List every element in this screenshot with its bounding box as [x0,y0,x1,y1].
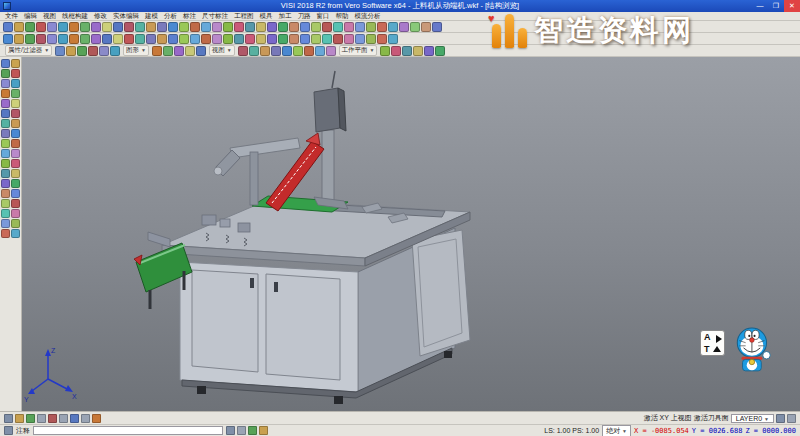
tool-icon[interactable] [260,46,270,56]
tool-icon[interactable] [377,34,387,44]
tool-icon[interactable] [435,46,445,56]
tool-icon[interactable] [289,34,299,44]
tool-icon[interactable] [355,34,365,44]
tool-icon[interactable] [1,189,10,198]
tool-icon[interactable] [91,34,101,44]
status-icon[interactable] [81,414,90,423]
menu-item[interactable]: 模具 [257,12,276,21]
tool-icon[interactable] [11,219,20,228]
minimize-button[interactable]: — [752,0,768,12]
tool-icon[interactable] [278,34,288,44]
tool-icon[interactable] [3,22,13,32]
tool-icon[interactable] [58,34,68,44]
menu-item[interactable]: 视图 [40,12,59,21]
menu-item[interactable]: 实体编辑 [110,12,142,21]
tool-icon[interactable] [190,34,200,44]
group-label-views[interactable]: 视图 ▼ [209,45,235,56]
tool-icon[interactable] [333,22,343,32]
tool-icon[interactable] [11,79,20,88]
tool-icon[interactable] [179,22,189,32]
tool-icon[interactable] [1,89,10,98]
tool-icon[interactable] [110,46,120,56]
tool-icon[interactable] [11,209,20,218]
tool-icon[interactable] [124,22,134,32]
tool-icon[interactable] [25,34,35,44]
tool-icon[interactable] [271,46,281,56]
status-icon[interactable] [4,426,13,435]
tool-icon[interactable] [238,46,248,56]
tool-icon[interactable] [282,46,292,56]
tool-icon[interactable] [14,22,24,32]
tool-icon[interactable] [11,229,20,238]
tool-icon[interactable] [267,22,277,32]
tool-icon[interactable] [311,34,321,44]
tool-icon[interactable] [1,219,10,228]
tool-icon[interactable] [432,22,442,32]
tool-icon[interactable] [36,22,46,32]
tool-icon[interactable] [168,22,178,32]
status-icon[interactable] [26,414,35,423]
tool-icon[interactable] [289,22,299,32]
group-label-workplane[interactable]: 工作平面 ▼ [339,45,378,56]
tool-icon[interactable] [80,34,90,44]
tool-icon[interactable] [1,69,10,78]
tool-icon[interactable] [249,46,259,56]
tool-icon[interactable] [88,46,98,56]
menu-item[interactable]: 修改 [91,12,110,21]
tool-icon[interactable] [278,22,288,32]
tool-icon[interactable] [113,34,123,44]
tool-icon[interactable] [11,179,20,188]
tool-icon[interactable] [3,34,13,44]
cabinet-door-left[interactable] [192,270,258,372]
tool-icon[interactable] [11,199,20,208]
tool-icon[interactable] [168,34,178,44]
status-icon[interactable] [226,426,235,435]
group-label-graphics[interactable]: 图形 ▼ [123,45,149,56]
tool-icon[interactable] [322,22,332,32]
menu-item[interactable]: 模流分析 [352,12,384,21]
tool-icon[interactable] [234,34,244,44]
tool-icon[interactable] [80,22,90,32]
tool-icon[interactable] [300,22,310,32]
tool-icon[interactable] [355,22,365,32]
tool-icon[interactable] [1,209,10,218]
menu-item[interactable]: 标注 [180,12,199,21]
status-icon[interactable] [37,414,46,423]
note-input[interactable] [33,426,223,435]
tool-icon[interactable] [99,46,109,56]
tool-icon[interactable] [146,22,156,32]
tool-icon[interactable] [77,46,87,56]
status-icon[interactable] [59,414,68,423]
tool-icon[interactable] [256,22,266,32]
tool-icon[interactable] [11,89,20,98]
top-arm[interactable] [230,138,300,158]
tool-icon[interactable] [1,59,10,68]
tool-icon[interactable] [1,199,10,208]
active-plane-label[interactable]: 激活刀具面 [694,413,729,423]
tool-icon[interactable] [293,46,303,56]
coord-mode-selector[interactable]: 绝对 ▼ [602,425,631,436]
menu-item[interactable]: 编辑 [21,12,40,21]
tool-icon[interactable] [1,99,10,108]
tool-icon[interactable] [47,34,57,44]
tool-icon[interactable] [66,46,76,56]
tool-icon[interactable] [304,46,314,56]
tool-icon[interactable] [212,34,222,44]
menu-item[interactable]: 线框构建 [59,12,91,21]
tool-icon[interactable] [47,22,57,32]
tool-icon[interactable] [91,22,101,32]
tool-icon[interactable] [413,46,423,56]
menu-item[interactable]: 工程图 [231,12,257,21]
tool-icon[interactable] [421,22,431,32]
tool-icon[interactable] [113,22,123,32]
tool-icon[interactable] [36,34,46,44]
tool-icon[interactable] [315,46,325,56]
tool-icon[interactable] [201,22,211,32]
tool-icon[interactable] [212,22,222,32]
status-icon[interactable] [70,414,79,423]
tool-icon[interactable] [201,34,211,44]
tool-icon[interactable] [11,159,20,168]
tool-icon[interactable] [11,169,20,178]
tool-icon[interactable] [179,34,189,44]
tool-icon[interactable] [410,22,420,32]
